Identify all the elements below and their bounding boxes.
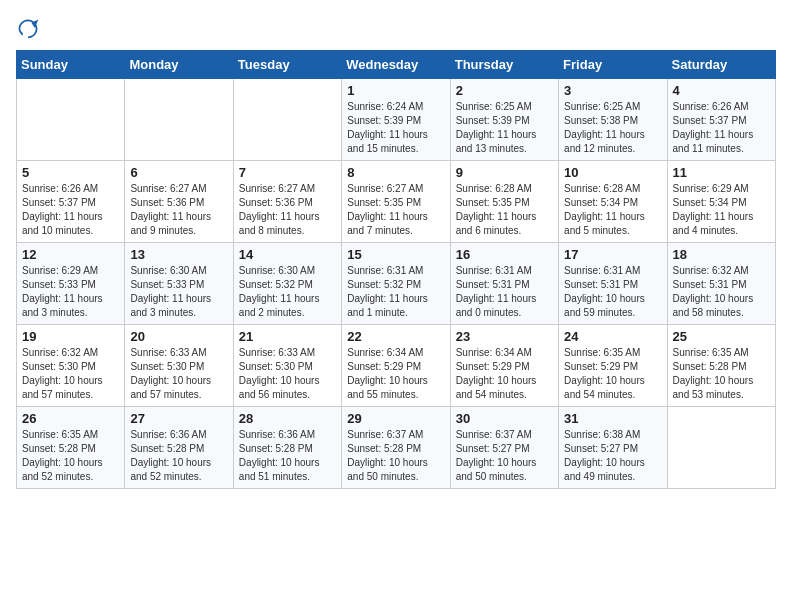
day-number: 3 bbox=[564, 83, 661, 98]
day-info: Sunrise: 6:34 AM Sunset: 5:29 PM Dayligh… bbox=[456, 346, 553, 402]
day-info: Sunrise: 6:38 AM Sunset: 5:27 PM Dayligh… bbox=[564, 428, 661, 484]
day-info: Sunrise: 6:30 AM Sunset: 5:32 PM Dayligh… bbox=[239, 264, 336, 320]
day-info: Sunrise: 6:37 AM Sunset: 5:27 PM Dayligh… bbox=[456, 428, 553, 484]
day-info: Sunrise: 6:26 AM Sunset: 5:37 PM Dayligh… bbox=[673, 100, 770, 156]
day-number: 29 bbox=[347, 411, 444, 426]
calendar-cell: 10Sunrise: 6:28 AM Sunset: 5:34 PM Dayli… bbox=[559, 161, 667, 243]
day-info: Sunrise: 6:25 AM Sunset: 5:38 PM Dayligh… bbox=[564, 100, 661, 156]
calendar-cell: 2Sunrise: 6:25 AM Sunset: 5:39 PM Daylig… bbox=[450, 79, 558, 161]
day-info: Sunrise: 6:25 AM Sunset: 5:39 PM Dayligh… bbox=[456, 100, 553, 156]
calendar-cell: 24Sunrise: 6:35 AM Sunset: 5:29 PM Dayli… bbox=[559, 325, 667, 407]
day-number: 7 bbox=[239, 165, 336, 180]
day-number: 12 bbox=[22, 247, 119, 262]
calendar-cell: 21Sunrise: 6:33 AM Sunset: 5:30 PM Dayli… bbox=[233, 325, 341, 407]
day-number: 24 bbox=[564, 329, 661, 344]
calendar-cell: 6Sunrise: 6:27 AM Sunset: 5:36 PM Daylig… bbox=[125, 161, 233, 243]
calendar-cell: 17Sunrise: 6:31 AM Sunset: 5:31 PM Dayli… bbox=[559, 243, 667, 325]
calendar-cell: 25Sunrise: 6:35 AM Sunset: 5:28 PM Dayli… bbox=[667, 325, 775, 407]
calendar-cell: 12Sunrise: 6:29 AM Sunset: 5:33 PM Dayli… bbox=[17, 243, 125, 325]
day-info: Sunrise: 6:36 AM Sunset: 5:28 PM Dayligh… bbox=[239, 428, 336, 484]
calendar-cell bbox=[667, 407, 775, 489]
calendar-cell bbox=[17, 79, 125, 161]
day-number: 11 bbox=[673, 165, 770, 180]
calendar-header-thursday: Thursday bbox=[450, 51, 558, 79]
calendar-cell: 27Sunrise: 6:36 AM Sunset: 5:28 PM Dayli… bbox=[125, 407, 233, 489]
calendar-header-sunday: Sunday bbox=[17, 51, 125, 79]
day-info: Sunrise: 6:32 AM Sunset: 5:30 PM Dayligh… bbox=[22, 346, 119, 402]
day-info: Sunrise: 6:31 AM Sunset: 5:31 PM Dayligh… bbox=[564, 264, 661, 320]
day-number: 15 bbox=[347, 247, 444, 262]
day-info: Sunrise: 6:33 AM Sunset: 5:30 PM Dayligh… bbox=[239, 346, 336, 402]
day-info: Sunrise: 6:35 AM Sunset: 5:28 PM Dayligh… bbox=[22, 428, 119, 484]
calendar-cell: 19Sunrise: 6:32 AM Sunset: 5:30 PM Dayli… bbox=[17, 325, 125, 407]
calendar-cell: 23Sunrise: 6:34 AM Sunset: 5:29 PM Dayli… bbox=[450, 325, 558, 407]
page-header bbox=[16, 16, 776, 40]
day-number: 2 bbox=[456, 83, 553, 98]
day-info: Sunrise: 6:31 AM Sunset: 5:31 PM Dayligh… bbox=[456, 264, 553, 320]
calendar-header-tuesday: Tuesday bbox=[233, 51, 341, 79]
day-number: 13 bbox=[130, 247, 227, 262]
calendar-cell: 5Sunrise: 6:26 AM Sunset: 5:37 PM Daylig… bbox=[17, 161, 125, 243]
calendar-header-wednesday: Wednesday bbox=[342, 51, 450, 79]
day-number: 6 bbox=[130, 165, 227, 180]
day-number: 17 bbox=[564, 247, 661, 262]
calendar-table: SundayMondayTuesdayWednesdayThursdayFrid… bbox=[16, 50, 776, 489]
day-info: Sunrise: 6:29 AM Sunset: 5:33 PM Dayligh… bbox=[22, 264, 119, 320]
day-number: 28 bbox=[239, 411, 336, 426]
logo bbox=[16, 16, 44, 40]
calendar-cell: 14Sunrise: 6:30 AM Sunset: 5:32 PM Dayli… bbox=[233, 243, 341, 325]
day-info: Sunrise: 6:31 AM Sunset: 5:32 PM Dayligh… bbox=[347, 264, 444, 320]
calendar-cell: 20Sunrise: 6:33 AM Sunset: 5:30 PM Dayli… bbox=[125, 325, 233, 407]
calendar-cell: 1Sunrise: 6:24 AM Sunset: 5:39 PM Daylig… bbox=[342, 79, 450, 161]
calendar-header-saturday: Saturday bbox=[667, 51, 775, 79]
calendar-cell: 29Sunrise: 6:37 AM Sunset: 5:28 PM Dayli… bbox=[342, 407, 450, 489]
calendar-cell: 4Sunrise: 6:26 AM Sunset: 5:37 PM Daylig… bbox=[667, 79, 775, 161]
calendar-cell: 30Sunrise: 6:37 AM Sunset: 5:27 PM Dayli… bbox=[450, 407, 558, 489]
day-number: 26 bbox=[22, 411, 119, 426]
day-info: Sunrise: 6:28 AM Sunset: 5:35 PM Dayligh… bbox=[456, 182, 553, 238]
day-number: 27 bbox=[130, 411, 227, 426]
day-info: Sunrise: 6:27 AM Sunset: 5:36 PM Dayligh… bbox=[130, 182, 227, 238]
day-info: Sunrise: 6:26 AM Sunset: 5:37 PM Dayligh… bbox=[22, 182, 119, 238]
day-number: 10 bbox=[564, 165, 661, 180]
calendar-cell: 28Sunrise: 6:36 AM Sunset: 5:28 PM Dayli… bbox=[233, 407, 341, 489]
day-info: Sunrise: 6:33 AM Sunset: 5:30 PM Dayligh… bbox=[130, 346, 227, 402]
day-number: 23 bbox=[456, 329, 553, 344]
day-info: Sunrise: 6:24 AM Sunset: 5:39 PM Dayligh… bbox=[347, 100, 444, 156]
calendar-header-friday: Friday bbox=[559, 51, 667, 79]
day-info: Sunrise: 6:28 AM Sunset: 5:34 PM Dayligh… bbox=[564, 182, 661, 238]
calendar-week-row: 26Sunrise: 6:35 AM Sunset: 5:28 PM Dayli… bbox=[17, 407, 776, 489]
calendar-cell: 9Sunrise: 6:28 AM Sunset: 5:35 PM Daylig… bbox=[450, 161, 558, 243]
calendar-week-row: 19Sunrise: 6:32 AM Sunset: 5:30 PM Dayli… bbox=[17, 325, 776, 407]
calendar-cell bbox=[233, 79, 341, 161]
day-info: Sunrise: 6:35 AM Sunset: 5:28 PM Dayligh… bbox=[673, 346, 770, 402]
day-number: 21 bbox=[239, 329, 336, 344]
day-number: 25 bbox=[673, 329, 770, 344]
day-info: Sunrise: 6:35 AM Sunset: 5:29 PM Dayligh… bbox=[564, 346, 661, 402]
day-info: Sunrise: 6:32 AM Sunset: 5:31 PM Dayligh… bbox=[673, 264, 770, 320]
day-number: 19 bbox=[22, 329, 119, 344]
logo-icon bbox=[16, 16, 40, 40]
calendar-cell bbox=[125, 79, 233, 161]
calendar-cell: 22Sunrise: 6:34 AM Sunset: 5:29 PM Dayli… bbox=[342, 325, 450, 407]
day-number: 20 bbox=[130, 329, 227, 344]
calendar-cell: 7Sunrise: 6:27 AM Sunset: 5:36 PM Daylig… bbox=[233, 161, 341, 243]
day-number: 8 bbox=[347, 165, 444, 180]
day-info: Sunrise: 6:30 AM Sunset: 5:33 PM Dayligh… bbox=[130, 264, 227, 320]
day-number: 9 bbox=[456, 165, 553, 180]
calendar-cell: 31Sunrise: 6:38 AM Sunset: 5:27 PM Dayli… bbox=[559, 407, 667, 489]
calendar-cell: 18Sunrise: 6:32 AM Sunset: 5:31 PM Dayli… bbox=[667, 243, 775, 325]
day-info: Sunrise: 6:29 AM Sunset: 5:34 PM Dayligh… bbox=[673, 182, 770, 238]
calendar-cell: 26Sunrise: 6:35 AM Sunset: 5:28 PM Dayli… bbox=[17, 407, 125, 489]
calendar-week-row: 12Sunrise: 6:29 AM Sunset: 5:33 PM Dayli… bbox=[17, 243, 776, 325]
day-info: Sunrise: 6:37 AM Sunset: 5:28 PM Dayligh… bbox=[347, 428, 444, 484]
calendar-cell: 16Sunrise: 6:31 AM Sunset: 5:31 PM Dayli… bbox=[450, 243, 558, 325]
calendar-week-row: 5Sunrise: 6:26 AM Sunset: 5:37 PM Daylig… bbox=[17, 161, 776, 243]
calendar-header-row: SundayMondayTuesdayWednesdayThursdayFrid… bbox=[17, 51, 776, 79]
calendar-cell: 15Sunrise: 6:31 AM Sunset: 5:32 PM Dayli… bbox=[342, 243, 450, 325]
day-number: 1 bbox=[347, 83, 444, 98]
day-number: 22 bbox=[347, 329, 444, 344]
day-number: 30 bbox=[456, 411, 553, 426]
day-info: Sunrise: 6:34 AM Sunset: 5:29 PM Dayligh… bbox=[347, 346, 444, 402]
day-number: 4 bbox=[673, 83, 770, 98]
